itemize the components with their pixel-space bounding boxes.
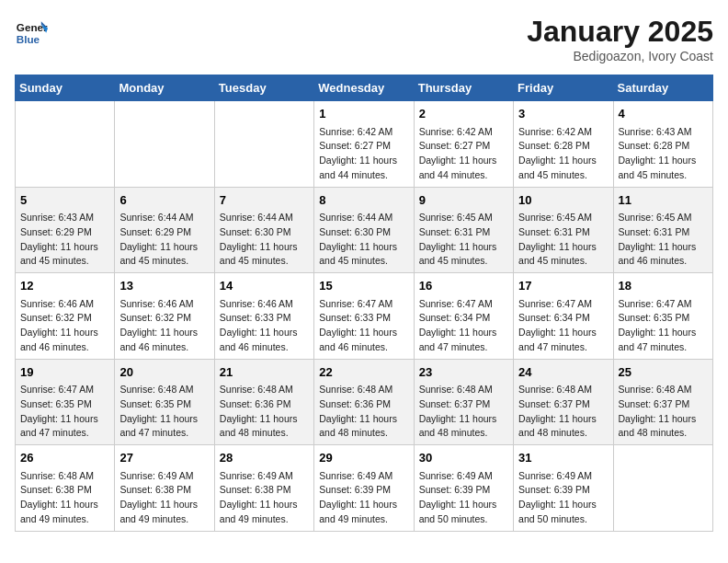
day-number: 27 (119, 449, 209, 467)
page-header: General Blue January 2025 Bedigoazon, Iv… (15, 15, 713, 63)
day-number: 17 (518, 277, 608, 295)
day-number: 1 (319, 105, 408, 123)
header-day-sunday: Sunday (16, 75, 115, 101)
day-number: 3 (518, 105, 608, 123)
day-number: 31 (518, 449, 608, 467)
day-info: Sunrise: 6:47 AM Sunset: 6:33 PM Dayligh… (319, 297, 408, 355)
day-info: Sunrise: 6:48 AM Sunset: 6:36 PM Dayligh… (319, 383, 408, 441)
day-info: Sunrise: 6:42 AM Sunset: 6:28 PM Dayligh… (518, 125, 608, 183)
day-info: Sunrise: 6:42 AM Sunset: 6:27 PM Dayligh… (319, 125, 408, 183)
day-number: 6 (119, 191, 209, 210)
week-row-5: 26Sunrise: 6:48 AM Sunset: 6:38 PM Dayli… (16, 445, 713, 532)
header-day-thursday: Thursday (414, 75, 513, 101)
calendar-table: SundayMondayTuesdayWednesdayThursdayFrid… (15, 75, 713, 532)
calendar-cell: 4Sunrise: 6:43 AM Sunset: 6:28 PM Daylig… (613, 101, 712, 188)
calendar-cell: 20Sunrise: 6:48 AM Sunset: 6:35 PM Dayli… (115, 359, 214, 445)
day-number: 2 (419, 105, 508, 123)
day-number: 18 (619, 277, 708, 295)
day-info: Sunrise: 6:49 AM Sunset: 6:38 PM Dayligh… (119, 469, 209, 527)
day-number: 24 (518, 363, 608, 382)
calendar-cell: 6Sunrise: 6:44 AM Sunset: 6:29 PM Daylig… (115, 187, 214, 273)
calendar-cell: 3Sunrise: 6:42 AM Sunset: 6:28 PM Daylig… (514, 101, 613, 188)
day-info: Sunrise: 6:45 AM Sunset: 6:31 PM Dayligh… (619, 211, 708, 269)
day-info: Sunrise: 6:47 AM Sunset: 6:34 PM Dayligh… (518, 297, 608, 355)
calendar-cell: 9Sunrise: 6:45 AM Sunset: 6:31 PM Daylig… (414, 187, 513, 273)
day-number: 15 (319, 277, 408, 295)
calendar-cell: 12Sunrise: 6:46 AM Sunset: 6:32 PM Dayli… (16, 273, 115, 360)
day-info: Sunrise: 6:48 AM Sunset: 6:35 PM Dayligh… (119, 383, 209, 441)
day-number: 11 (619, 191, 708, 210)
day-number: 29 (319, 449, 408, 467)
header-day-saturday: Saturday (613, 75, 712, 101)
header-day-friday: Friday (514, 75, 613, 101)
day-number: 19 (20, 363, 109, 382)
day-info: Sunrise: 6:47 AM Sunset: 6:34 PM Dayligh… (419, 297, 508, 355)
day-info: Sunrise: 6:44 AM Sunset: 6:29 PM Dayligh… (119, 211, 209, 269)
day-info: Sunrise: 6:49 AM Sunset: 6:39 PM Dayligh… (319, 469, 408, 527)
calendar-body: 1Sunrise: 6:42 AM Sunset: 6:27 PM Daylig… (16, 101, 713, 532)
day-number: 28 (220, 449, 309, 467)
day-number: 30 (419, 449, 508, 467)
calendar-cell: 2Sunrise: 6:42 AM Sunset: 6:27 PM Daylig… (414, 101, 513, 188)
calendar-cell: 31Sunrise: 6:49 AM Sunset: 6:39 PM Dayli… (514, 445, 613, 532)
day-number: 13 (119, 277, 209, 295)
calendar-cell: 19Sunrise: 6:47 AM Sunset: 6:35 PM Dayli… (16, 359, 115, 445)
logo: General Blue (15, 15, 48, 48)
day-info: Sunrise: 6:48 AM Sunset: 6:37 PM Dayligh… (419, 383, 508, 441)
calendar-subtitle: Bedigoazon, Ivory Coast (527, 49, 713, 63)
calendar-cell: 15Sunrise: 6:47 AM Sunset: 6:33 PM Dayli… (314, 273, 414, 360)
week-row-3: 12Sunrise: 6:46 AM Sunset: 6:32 PM Dayli… (16, 273, 713, 360)
day-number: 20 (119, 363, 209, 382)
day-info: Sunrise: 6:49 AM Sunset: 6:38 PM Dayligh… (220, 469, 309, 527)
day-info: Sunrise: 6:43 AM Sunset: 6:28 PM Dayligh… (619, 125, 708, 183)
calendar-cell (115, 101, 214, 188)
calendar-cell: 5Sunrise: 6:43 AM Sunset: 6:29 PM Daylig… (16, 187, 115, 273)
calendar-cell: 10Sunrise: 6:45 AM Sunset: 6:31 PM Dayli… (514, 187, 613, 273)
calendar-title: January 2025 (527, 15, 713, 49)
day-number: 12 (20, 277, 109, 295)
day-number: 26 (20, 449, 109, 467)
week-row-1: 1Sunrise: 6:42 AM Sunset: 6:27 PM Daylig… (16, 101, 713, 188)
calendar-cell: 27Sunrise: 6:49 AM Sunset: 6:38 PM Dayli… (115, 445, 214, 532)
day-info: Sunrise: 6:47 AM Sunset: 6:35 PM Dayligh… (20, 383, 109, 441)
logo-icon: General Blue (15, 15, 48, 48)
header-day-wednesday: Wednesday (314, 75, 414, 101)
calendar-cell (214, 101, 313, 188)
day-info: Sunrise: 6:48 AM Sunset: 6:36 PM Dayligh… (220, 383, 309, 441)
day-info: Sunrise: 6:42 AM Sunset: 6:27 PM Dayligh… (419, 125, 508, 183)
calendar-cell: 22Sunrise: 6:48 AM Sunset: 6:36 PM Dayli… (314, 359, 414, 445)
calendar-cell: 29Sunrise: 6:49 AM Sunset: 6:39 PM Dayli… (314, 445, 414, 532)
day-info: Sunrise: 6:48 AM Sunset: 6:37 PM Dayligh… (518, 383, 608, 441)
svg-text:Blue: Blue (17, 33, 40, 45)
header-day-tuesday: Tuesday (214, 75, 313, 101)
calendar-cell: 21Sunrise: 6:48 AM Sunset: 6:36 PM Dayli… (214, 359, 313, 445)
day-number: 5 (20, 191, 109, 210)
day-info: Sunrise: 6:45 AM Sunset: 6:31 PM Dayligh… (518, 211, 608, 269)
calendar-header: SundayMondayTuesdayWednesdayThursdayFrid… (16, 75, 713, 101)
calendar-cell: 18Sunrise: 6:47 AM Sunset: 6:35 PM Dayli… (613, 273, 712, 360)
day-info: Sunrise: 6:46 AM Sunset: 6:32 PM Dayligh… (119, 297, 209, 355)
calendar-cell: 23Sunrise: 6:48 AM Sunset: 6:37 PM Dayli… (414, 359, 513, 445)
day-number: 16 (419, 277, 508, 295)
calendar-cell: 7Sunrise: 6:44 AM Sunset: 6:30 PM Daylig… (214, 187, 313, 273)
calendar-cell: 25Sunrise: 6:48 AM Sunset: 6:37 PM Dayli… (613, 359, 712, 445)
calendar-cell: 13Sunrise: 6:46 AM Sunset: 6:32 PM Dayli… (115, 273, 214, 360)
calendar-cell: 17Sunrise: 6:47 AM Sunset: 6:34 PM Dayli… (514, 273, 613, 360)
day-number: 21 (220, 363, 309, 382)
day-number: 8 (319, 191, 408, 210)
week-row-2: 5Sunrise: 6:43 AM Sunset: 6:29 PM Daylig… (16, 187, 713, 273)
calendar-cell: 16Sunrise: 6:47 AM Sunset: 6:34 PM Dayli… (414, 273, 513, 360)
week-row-4: 19Sunrise: 6:47 AM Sunset: 6:35 PM Dayli… (16, 359, 713, 445)
day-number: 4 (619, 105, 708, 123)
day-info: Sunrise: 6:49 AM Sunset: 6:39 PM Dayligh… (518, 469, 608, 527)
calendar-cell: 11Sunrise: 6:45 AM Sunset: 6:31 PM Dayli… (613, 187, 712, 273)
calendar-cell: 24Sunrise: 6:48 AM Sunset: 6:37 PM Dayli… (514, 359, 613, 445)
calendar-cell: 30Sunrise: 6:49 AM Sunset: 6:39 PM Dayli… (414, 445, 513, 532)
day-info: Sunrise: 6:48 AM Sunset: 6:38 PM Dayligh… (20, 469, 109, 527)
day-info: Sunrise: 6:49 AM Sunset: 6:39 PM Dayligh… (419, 469, 508, 527)
day-info: Sunrise: 6:46 AM Sunset: 6:32 PM Dayligh… (20, 297, 109, 355)
day-info: Sunrise: 6:44 AM Sunset: 6:30 PM Dayligh… (220, 211, 309, 269)
day-info: Sunrise: 6:43 AM Sunset: 6:29 PM Dayligh… (20, 211, 109, 269)
day-info: Sunrise: 6:48 AM Sunset: 6:37 PM Dayligh… (619, 383, 708, 441)
day-number: 9 (419, 191, 508, 210)
